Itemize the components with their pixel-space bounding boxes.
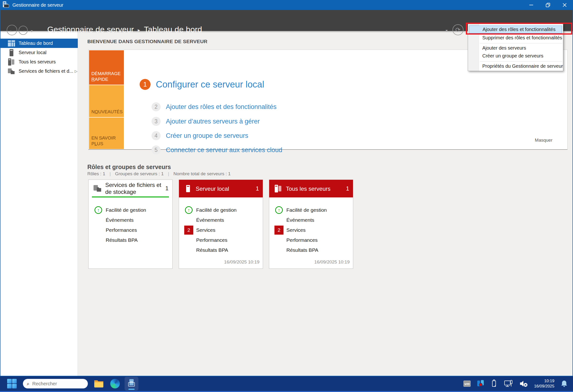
card-row-bpa-results[interactable]: Résultats BPA [179,245,263,255]
card-row-performance[interactable]: Performances [89,225,172,235]
notification-bell-icon[interactable] [561,380,568,388]
card-all-servers: Tous les serveurs 1 ↑ Facilité de gestio… [269,180,353,269]
step-link[interactable]: Configurer ce serveur local [156,79,264,90]
vmware-tools-icon[interactable]: vm [464,381,471,387]
card-row-bpa-results[interactable]: Résultats BPA [89,235,172,245]
app-body: Tableau de bord Serveur local Tous les s… [0,31,573,376]
hide-link[interactable]: Masquer [535,137,553,143]
card-row-manageability[interactable]: ↑ Facilité de gestion [89,205,172,215]
volume-muted-icon[interactable] [519,380,528,388]
card-row-events[interactable]: Événements [89,215,172,225]
quickstart-step-5[interactable]: 5 Connecter ce serveur aux services clou… [152,145,282,154]
manageability-up-icon: ↑ [94,206,102,214]
sidebar-item-local-server[interactable]: Serveur local [0,48,78,57]
file-storage-icon [93,185,102,192]
card-row-bpa-results[interactable]: Résultats BPA [269,245,353,255]
minimize-button[interactable] [523,0,539,10]
quickstart-step-1[interactable]: 1 Configurer ce serveur local [140,79,264,90]
menu-item-create-server-group[interactable]: Créer un groupe de serveurs [469,52,562,60]
sidebar: Tableau de bord Serveur local Tous les s… [0,31,78,376]
step-link[interactable]: Ajouter des rôles et des fonctionnalités [166,103,277,111]
forward-icon[interactable]: → [18,26,28,35]
menu-item-server-manager-properties[interactable]: Propriétés du Gestionnaire de serveur [469,62,562,70]
quickstart-step-3[interactable]: 3 Ajouter d’autres serveurs à gérer [152,117,260,126]
card-count: 1 [165,185,168,192]
menu-item-add-servers[interactable]: Ajouter des serveurs [469,44,562,52]
network-display-icon[interactable] [504,379,513,388]
card-header[interactable]: Serveur local 1 [179,180,263,197]
card-title: Services de fichiers etde stockage [105,181,161,195]
card-row-manageability[interactable]: ↑ Facilité de gestion [179,205,263,215]
breadcrumb-root[interactable]: Gestionnaire de serveur [47,25,134,34]
nav-history-caret-icon[interactable]: ▼ [30,29,34,33]
services-alert-badge: 2 [184,226,193,235]
step-number: 2 [152,102,161,111]
close-button[interactable] [556,0,573,10]
step-link[interactable]: Créer un groupe de serveurs [166,132,248,139]
card-row-services[interactable]: 2 Services [179,225,263,235]
card-local-server: Serveur local 1 ↑ Facilité de gestion Év… [179,180,263,269]
server-icon [183,185,193,193]
card-count: 1 [256,185,259,192]
card-row-services[interactable]: 2 Services [269,225,353,235]
taskbar-clock[interactable]: 10:19 16/09/2025 [534,378,555,389]
step-number: 1 [140,79,151,90]
card-header[interactable]: Services de fichiers etde stockage 1 [89,180,172,197]
card-title: Serveur local [196,185,229,192]
sidebar-item-file-storage-services[interactable]: Services de fichiers et d... ▷ [0,67,78,76]
chevron-right-icon[interactable]: ▷ [75,69,78,73]
tab-learn-more[interactable]: EN SAVOIR PLUS [89,118,124,149]
language-sync-icon[interactable] [477,380,484,388]
breadcrumb-separator-icon: ▸ [138,27,140,33]
step-link[interactable]: Connecter ce serveur aux services cloud [166,146,282,154]
card-row-events[interactable]: Événements [269,215,353,225]
server-manager-icon [2,1,10,9]
card-row-performance[interactable]: Performances [269,235,353,245]
start-button[interactable] [7,379,17,388]
notifications-caret-icon[interactable]: ▼ [445,29,448,33]
stat-roles: Rôles : 1 [87,171,105,176]
tab-quick-start[interactable]: DÉMARRAGE RAPIDE [89,50,124,85]
file-explorer-icon[interactable] [93,378,104,389]
usb-device-icon[interactable] [491,379,498,388]
file-storage-icon [8,68,15,75]
quickstart-step-2[interactable]: 2 Ajouter des rôles et des fonctionnalit… [152,102,277,111]
card-row-manageability[interactable]: ↑ Facilité de gestion [269,205,353,215]
services-alert-badge: 2 [274,226,284,235]
tab-whats-new[interactable]: NOUVEAUTÉS [89,85,124,117]
sidebar-item-label: Serveur local [18,50,47,55]
breadcrumb-current: Tableau de bord [144,25,202,34]
quickstart-step-4[interactable]: 4 Créer un groupe de serveurs [152,131,248,140]
step-number: 3 [152,117,161,126]
back-icon[interactable]: ← [7,25,17,35]
card-row-events[interactable]: Événements [179,215,263,225]
sidebar-item-dashboard[interactable]: Tableau de bord [0,39,78,48]
menu-separator [480,43,562,43]
breadcrumb: Gestionnaire de serveur ▸ Tableau de bor… [47,25,202,34]
manageability-up-icon: ↑ [275,206,283,214]
restore-button[interactable] [539,0,556,10]
menu-separator [480,61,562,62]
edge-browser-icon[interactable] [110,378,120,389]
dashboard-grid-icon [8,40,15,47]
taskbar: ⌕ vm [0,376,573,392]
sidebar-item-label: Tableau de bord [18,41,53,46]
active-app-indicator [128,389,135,390]
menu-item-remove-roles-features[interactable]: Supprimer des rôles et fonctionnalités [469,34,562,42]
clock-date: 16/09/2025 [534,384,555,389]
sidebar-item-all-servers[interactable]: Tous les serveurs [0,57,78,67]
manageability-up-icon: ↑ [185,206,193,214]
sidebar-item-label: Tous les serveurs [18,59,56,65]
step-link[interactable]: Ajouter d’autres serveurs à gérer [166,118,260,125]
clock-time: 10:19 [534,378,555,384]
refresh-icon[interactable]: ⟳ [452,24,464,35]
card-header[interactable]: Tous les serveurs 1 [269,180,353,197]
roles-section-title: Rôles et groupes de serveurs [87,164,171,170]
search-input[interactable] [32,381,78,387]
card-row-performance[interactable]: Performances [179,235,263,245]
taskbar-search[interactable]: ⌕ [23,379,88,388]
card-timestamp: 16/09/2025 10:19 [314,259,350,265]
server-manager-taskbar-icon[interactable] [125,377,138,391]
card-accent-line [92,196,169,197]
servers-icon [8,58,15,66]
